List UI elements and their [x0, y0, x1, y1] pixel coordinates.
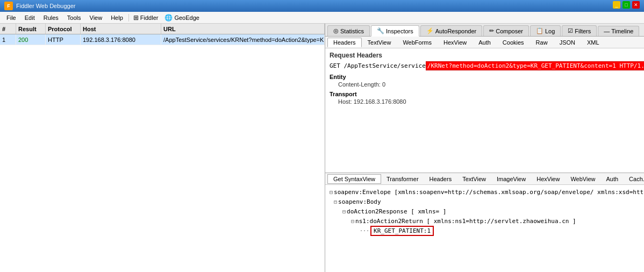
request-url-line: GET /AppTestService/service/KRNet?method… — [330, 62, 644, 69]
col-header-host: Host — [81, 24, 161, 34]
response-area: Get SyntaxView Transformer Headers TextV… — [325, 173, 644, 272]
autoresponder-icon: ⚡ — [426, 27, 434, 34]
table-row[interactable]: 1 200 HTTP 192.168.3.176:8080 /AppTestSe… — [0, 34, 325, 45]
globe-icon: 🌐 — [164, 14, 173, 22]
sub-tabs-bar: Headers TextView WebForms HexView Auth C… — [325, 37, 644, 48]
resp-tab-cach[interactable]: Cach... — [624, 175, 644, 183]
sessions-header: # Result Protocol Host URL — [0, 24, 325, 34]
right-panel: ◎ Statistics 🔧 Inspectors ⚡ AutoResponde… — [325, 24, 644, 272]
tree-node-3: ⊟ doAction2Response [ xmlns= ] — [330, 206, 644, 216]
request-headers-title: Request Headers — [330, 52, 644, 59]
menu-rules[interactable]: Rules — [39, 13, 63, 22]
minimize-button[interactable]: _ — [613, 1, 620, 9]
menu-geoedge[interactable]: 🌐 GeoEdge — [161, 13, 202, 23]
cell-protocol: HTTP — [46, 34, 81, 45]
resp-tab-headers[interactable]: Headers — [424, 175, 457, 183]
app-icon: F — [4, 2, 13, 10]
grid-icon: ⊞ — [133, 14, 139, 22]
response-content: ⊟ soapenv:Envelope [xmlns:soapenv=http:/… — [325, 185, 644, 272]
cell-host: 192.168.3.176:8080 — [81, 34, 161, 45]
title-bar-label: Fiddler Web Debugger — [16, 3, 75, 9]
filters-icon: ☑ — [568, 27, 573, 34]
sub-tab-json[interactable]: JSON — [554, 38, 581, 47]
resp-tab-imageview[interactable]: ImageView — [491, 175, 531, 183]
log-icon: 📋 — [536, 27, 543, 34]
sub-tab-hexview[interactable]: HexView — [438, 38, 473, 47]
tree-node-4: ⊟ ns1:doAction2Return [ xmlns:ns1=http:/… — [330, 216, 644, 226]
timeline-icon: — — [604, 28, 610, 34]
url-highlighted: /KRNet?method=doAction2&type=KR_GET_PATI… — [426, 61, 644, 70]
tab-inspectors[interactable]: 🔧 Inspectors — [371, 25, 419, 37]
sessions-panel: # Result Protocol Host URL 1 200 HTTP 19… — [0, 24, 325, 272]
tab-autoresponder[interactable]: ⚡ AutoResponder — [420, 25, 482, 36]
col-header-num: # — [0, 24, 16, 34]
sub-tab-webforms[interactable]: WebForms — [397, 38, 438, 47]
response-toolbar: Get SyntaxView Transformer Headers TextV… — [325, 173, 644, 185]
resp-tab-hexview[interactable]: HexView — [531, 175, 565, 183]
cell-result: 200 — [16, 34, 46, 45]
tree-node-5: ··· KR_GET_PATIENT:1 — [330, 226, 644, 235]
sub-tab-auth[interactable]: Auth — [473, 38, 497, 47]
sessions-list: 1 200 HTTP 192.168.3.176:8080 /AppTestSe… — [0, 34, 325, 272]
menu-help[interactable]: Help — [106, 13, 127, 22]
url-prefix: GET /AppTestService/service — [330, 62, 426, 69]
top-toolbar: ◎ Statistics 🔧 Inspectors ⚡ AutoResponde… — [325, 24, 644, 37]
section-transport: Transport — [330, 91, 644, 97]
col-header-protocol: Protocol — [46, 24, 81, 34]
menu-fiddler[interactable]: ⊞ Fiddler — [130, 13, 162, 23]
tree-node-1: ⊟ soapenv:Envelope [xmlns:soapenv=http:/… — [330, 187, 644, 197]
statistics-icon: ◎ — [333, 27, 339, 34]
resp-tab-textview[interactable]: TextView — [457, 175, 491, 183]
cell-num: 1 — [0, 34, 16, 45]
maximize-button[interactable]: □ — [622, 1, 630, 9]
menu-tools[interactable]: Tools — [63, 13, 85, 22]
resp-tab-webview[interactable]: WebView — [565, 175, 600, 183]
menu-file[interactable]: File — [2, 13, 20, 22]
menu-separator — [128, 14, 129, 22]
title-bar: F Fiddler Web Debugger _ □ ✕ — [0, 0, 644, 12]
col-header-result: Result — [16, 24, 46, 34]
sub-tab-xml[interactable]: XML — [581, 38, 605, 47]
tab-filters[interactable]: ☑ Filters — [562, 25, 597, 36]
tab-timeline[interactable]: — Timeline — [598, 26, 639, 36]
tab-composer[interactable]: ✏ Composer — [483, 25, 529, 36]
kr-get-patient-node: KR_GET_PATIENT:1 — [370, 226, 434, 236]
sub-tab-headers[interactable]: Headers — [327, 38, 362, 47]
menu-edit[interactable]: Edit — [20, 13, 39, 22]
resp-tab-auth[interactable]: Auth — [600, 175, 624, 183]
inspectors-icon: 🔧 — [377, 27, 384, 34]
close-button[interactable]: ✕ — [632, 1, 640, 9]
resp-tab-syntaxview[interactable]: Get SyntaxView — [327, 174, 381, 184]
content-length: Content-Length: 0 — [330, 81, 644, 88]
col-header-url: URL — [161, 24, 325, 34]
cell-url: /AppTestService/services/KRNet?method=do… — [161, 34, 325, 45]
menu-bar: File Edit Rules Tools View Help ⊞ Fiddle… — [0, 12, 644, 24]
request-headers-content: Request Headers GET /AppTestService/serv… — [325, 48, 644, 173]
tab-log[interactable]: 📋 Log — [530, 25, 561, 36]
menu-view[interactable]: View — [85, 13, 107, 22]
sub-tab-raw[interactable]: Raw — [530, 38, 554, 47]
composer-icon: ✏ — [489, 27, 494, 34]
tree-node-2: ⊟ soapenv:Body — [330, 197, 644, 206]
sub-tab-cookies[interactable]: Cookies — [497, 38, 530, 47]
sub-tab-textview[interactable]: TextView — [362, 38, 397, 47]
section-entity: Entity — [330, 74, 644, 80]
tab-statistics[interactable]: ◎ Statistics — [327, 25, 370, 36]
host-value: Host: 192.168.3.176:8080 — [330, 98, 644, 105]
resp-tab-transformer[interactable]: Transformer — [381, 175, 424, 183]
